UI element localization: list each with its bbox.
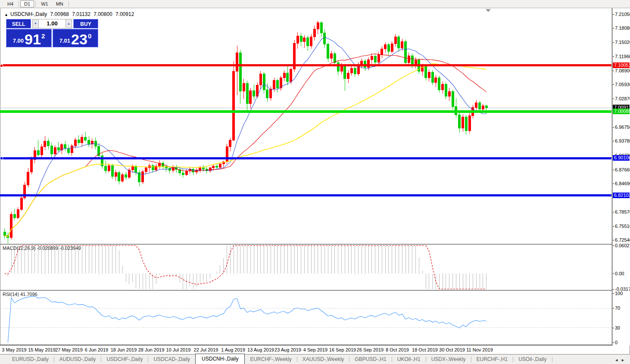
volume-input[interactable]: 1.00: [39, 19, 65, 28]
tab-scroll-right-icon[interactable]: ►: [621, 358, 627, 362]
candle-body: [354, 68, 356, 74]
candle: [280, 76, 282, 91]
chart-tab-ukoil-h1[interactable]: UKOil-,H1: [392, 355, 426, 364]
candle-body: [313, 29, 315, 37]
candle-body: [431, 72, 434, 82]
chart-tab-usdx-weekly[interactable]: USDX-,Weekly: [426, 355, 471, 364]
price-tick-label: 7.18080: [615, 26, 630, 31]
chart-tab-usoil-daily[interactable]: USOil-,Daily: [513, 355, 552, 364]
timeframe-button-w1[interactable]: W1: [37, 0, 52, 7]
candle: [111, 164, 113, 179]
trading-terminal-window: H4D1W1MN ▲USDCNH-,Daily 7.00968 7.01132 …: [0, 0, 630, 364]
candle-body: [442, 84, 444, 90]
price-line-badge[interactable]: 6.90100: [613, 155, 630, 161]
timeframe-button-d1[interactable]: D1: [20, 0, 34, 7]
candle: [91, 138, 93, 149]
tab-scroll-left-icon[interactable]: ◄: [614, 358, 621, 362]
chart-shift-marker-icon[interactable]: [486, 9, 491, 12]
candle-body: [57, 147, 59, 150]
candle: [327, 42, 329, 62]
candle: [337, 60, 339, 75]
candle-body: [290, 69, 292, 81]
rsi-line: [8, 296, 486, 342]
buy-price-display[interactable]: 7.01 23 0: [53, 29, 98, 47]
candle: [182, 169, 184, 177]
candle: [387, 43, 390, 55]
price-line-badge[interactable]: 7.10051: [613, 62, 630, 68]
candle-body: [50, 146, 53, 154]
price-chart-plot[interactable]: [0, 8, 612, 345]
candle: [462, 114, 464, 132]
chart-title: ▲USDCNH-,Daily 7.00968 7.01132 7.00800 7…: [4, 11, 136, 17]
candle-body: [364, 61, 366, 68]
candle-body: [381, 49, 383, 54]
date-tick-label: 23 Aug 2019: [274, 347, 301, 352]
timeframe-button-h4[interactable]: H4: [3, 0, 17, 7]
candle: [475, 100, 477, 111]
candle: [115, 170, 117, 181]
price-axis[interactable]: 7.210507.180807.150207.119607.089007.059…: [612, 8, 630, 345]
toolbar-separator: [19, 1, 19, 7]
volume-increment-button[interactable]: ▲: [65, 19, 72, 28]
price-tick-label: 6.78570: [615, 210, 630, 215]
price-line-badge[interactable]: 7.00089: [613, 109, 630, 114]
candle-body: [71, 146, 73, 152]
volume-decrement-button[interactable]: ▼: [32, 19, 39, 28]
candle: [263, 72, 265, 93]
price-tick-label: 6.84690: [615, 181, 630, 186]
candle-body: [226, 146, 228, 162]
candle: [105, 161, 107, 174]
collapse-panel-icon[interactable]: ▲: [4, 12, 8, 17]
candle: [445, 82, 447, 99]
candle: [300, 33, 302, 46]
candle: [34, 147, 36, 163]
candle-body: [111, 166, 113, 177]
candle: [37, 140, 39, 156]
chart-tab-usdchf-daily[interactable]: USDCHF-,Daily: [101, 355, 148, 364]
candle: [357, 62, 359, 76]
chart-tab-usdcnh-daily[interactable]: USDCNH-,Daily: [195, 354, 245, 364]
price-tick-label: 6.93780: [615, 139, 630, 143]
price-tick-label: 7.11960: [615, 54, 630, 59]
chart-tab-eurusd-daily[interactable]: EURUSD-,Daily: [7, 355, 54, 364]
candle-body: [327, 44, 329, 58]
ohlc-open: 7.00968: [50, 11, 69, 17]
price-tick-label: 7.02870: [615, 96, 630, 101]
candle-body: [239, 53, 241, 91]
candle-body: [475, 103, 477, 108]
price-tick-label: 6.72540: [615, 238, 630, 243]
timeframe-button-mn[interactable]: MN: [52, 0, 67, 7]
candle-body: [405, 41, 407, 63]
date-tick-label: 18 Oct 2019: [412, 347, 438, 352]
candle: [131, 164, 134, 172]
chart-tab-usdcad-daily[interactable]: USDCAD-,Daily: [148, 355, 195, 364]
candle: [458, 110, 461, 133]
candle-body: [303, 38, 306, 42]
chart-tab-eurchf-h1[interactable]: EURCHF-,H1: [471, 355, 513, 364]
candle: [371, 53, 373, 64]
candle: [10, 212, 12, 240]
price-line-badge[interactable]: 6.82103: [613, 193, 630, 198]
price-tick-label: 7.21050: [615, 12, 630, 17]
candle-body: [287, 73, 289, 81]
chart-tab-xauusd-weekly[interactable]: XAUUSD-,Weekly: [297, 355, 349, 364]
candle: [202, 165, 204, 171]
candle-body: [199, 168, 201, 170]
date-tick-label: 28 Jun 2019: [138, 347, 165, 352]
chart-tab-eurchf-weekly[interactable]: EURCHF-,Weekly: [245, 355, 296, 364]
candle-body: [236, 53, 238, 71]
panel-separator: [0, 290, 612, 291]
chart-tab-audusd-daily[interactable]: AUDUSD-,Daily: [54, 355, 101, 364]
hline-handle-support[interactable]: [0, 157, 3, 160]
buy-price-small: 7.01: [59, 37, 70, 44]
chart-tab-gbpusd-h1[interactable]: GBPUSD-,H1: [349, 355, 391, 364]
date-axis[interactable]: 3 May 201915 May 201927 May 20196 Jun 20…: [0, 345, 612, 354]
candle: [13, 209, 16, 220]
hline-handle-resistance[interactable]: [0, 64, 3, 67]
sell-button[interactable]: SELL: [6, 19, 31, 28]
sell-price-display[interactable]: 7.00 91 2: [6, 29, 52, 47]
candle-body: [394, 37, 396, 44]
candle-body: [253, 91, 255, 96]
horizontal-lines-layer[interactable]: [0, 65, 611, 196]
buy-button[interactable]: BUY: [73, 19, 98, 28]
